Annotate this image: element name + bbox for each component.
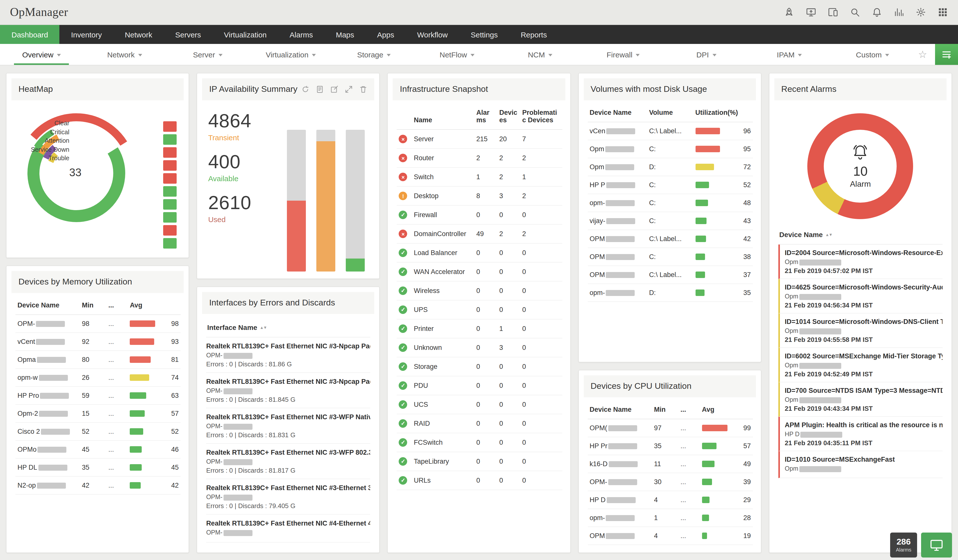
chevron-down-icon[interactable] <box>712 54 716 56</box>
category-name-cell[interactable]: FCSwitch <box>412 433 474 452</box>
search-icon[interactable] <box>850 7 860 17</box>
dashboard-menu-button[interactable] <box>935 44 958 65</box>
notifications-bell-icon[interactable] <box>872 7 882 17</box>
list-item[interactable]: Realtek RTL8139C+ Fast Ethernet NIC #3-N… <box>206 337 370 373</box>
table-row[interactable]: OPM 4 ... 19 <box>587 527 753 545</box>
alarm-count-badge[interactable]: 286 Alarms <box>890 533 917 557</box>
table-row[interactable]: Opm C: 95 <box>587 140 753 158</box>
col-volume[interactable]: Volume <box>647 103 693 122</box>
table-row[interactable]: HP DL 35 ... 45 <box>16 458 181 476</box>
category-name-cell[interactable]: Storage <box>412 357 474 376</box>
chevron-down-icon[interactable] <box>387 54 391 56</box>
heatmap-status-cells[interactable] <box>163 121 177 249</box>
rocket-icon[interactable] <box>784 7 795 17</box>
main-nav-item[interactable]: Inventory <box>60 25 113 44</box>
table-row[interactable]: opm-w 26 ... 74 <box>16 369 181 387</box>
main-nav-item[interactable]: Servers <box>163 25 212 44</box>
subnav-tab[interactable]: Storage <box>332 44 416 65</box>
refresh-icon[interactable] <box>301 85 309 93</box>
main-nav-item[interactable]: Alarms <box>278 25 324 44</box>
list-item[interactable]: Realtek RTL8139C+ Fast Ethernet NIC #3-N… <box>206 373 370 408</box>
category-name-cell[interactable]: UPS <box>412 300 474 319</box>
expand-icon[interactable] <box>345 85 353 93</box>
alarm-list-item[interactable]: ID=1014 Source=Microsoft-Windows-DNS-Cli… <box>779 313 942 348</box>
list-header[interactable]: Device Name <box>779 225 942 244</box>
chevron-down-icon[interactable] <box>885 54 889 56</box>
delete-icon[interactable] <box>360 85 368 93</box>
category-name-cell[interactable]: Firewall <box>412 205 474 224</box>
table-row[interactable]: vijay- C: 43 <box>587 212 753 230</box>
table-row[interactable]: Server 215 20 7 <box>397 130 562 149</box>
table-row[interactable]: OPM( 97 ... 99 <box>587 419 753 437</box>
list-item[interactable]: Realtek RTL8139C+ Fast Ethernet NIC #3-E… <box>206 479 370 515</box>
chevron-down-icon[interactable] <box>57 54 61 56</box>
table-row[interactable]: URLs 0 0 0 <box>397 471 562 490</box>
table-row[interactable]: OPM C:\ Label... 37 <box>587 266 753 284</box>
table-row[interactable]: RAID 0 0 0 <box>397 414 562 433</box>
stacked-bar[interactable] <box>287 130 306 271</box>
table-row[interactable]: Desktop 8 3 2 <box>397 186 562 205</box>
subnav-tab[interactable]: Custom <box>831 44 914 65</box>
col-devices[interactable]: Devices <box>497 103 520 130</box>
category-name-cell[interactable]: RAID <box>412 414 474 433</box>
category-name-cell[interactable]: WAN Accelerator <box>412 262 474 281</box>
table-row[interactable]: Opm-2 15 ... 57 <box>16 405 181 422</box>
stacked-bar[interactable] <box>316 130 335 271</box>
main-nav-item[interactable]: Reports <box>509 25 558 44</box>
chevron-down-icon[interactable] <box>138 54 142 56</box>
main-nav-item[interactable]: Dashboard <box>0 25 60 44</box>
alarm-list-item[interactable]: APM Plugin: Health is critical as the re… <box>779 417 942 451</box>
main-nav-item[interactable]: Network <box>113 25 163 44</box>
table-row[interactable]: opm- 1 ... 28 <box>587 509 753 527</box>
subnav-tab[interactable]: NCM <box>499 44 582 65</box>
table-row[interactable]: k16-D 11 ... 49 <box>587 455 753 473</box>
main-nav-item[interactable]: Virtualization <box>213 25 278 44</box>
chevron-down-icon[interactable] <box>219 54 222 56</box>
table-row[interactable]: OPM C: 38 <box>587 248 753 266</box>
table-row[interactable]: OPM- 98 ... 98 <box>16 315 181 333</box>
category-name-cell[interactable]: Load Balancer <box>412 243 474 262</box>
stacked-bar[interactable] <box>346 130 365 271</box>
table-row[interactable]: Opma 80 ... 81 <box>16 351 181 369</box>
col-problematic[interactable]: Problematic Devices <box>520 103 562 130</box>
col-avg[interactable]: Avg <box>128 296 181 315</box>
subnav-tab[interactable]: Firewall <box>582 44 665 65</box>
table-row[interactable]: Load Balancer 0 0 0 <box>397 243 562 262</box>
col-alarms[interactable]: Alarms <box>474 103 497 130</box>
col-name[interactable]: Name <box>412 103 474 130</box>
table-row[interactable]: HP P C: 52 <box>587 176 753 194</box>
main-nav-item[interactable]: Apps <box>366 25 406 44</box>
list-item[interactable]: Realtek RTL8139C+ Fast Ethernet NIC #4-E… <box>206 515 370 543</box>
category-name-cell[interactable]: PDU <box>412 376 474 395</box>
col-mid[interactable]: ... <box>678 400 700 419</box>
table-row[interactable]: Opm D: 72 <box>587 158 753 176</box>
table-row[interactable]: HP Pr 35 ... 57 <box>587 437 753 455</box>
settings-gear-icon[interactable] <box>915 7 926 17</box>
favorite-star-icon[interactable] <box>918 48 927 60</box>
table-row[interactable]: Unknown 0 3 0 <box>397 338 562 357</box>
chevron-down-icon[interactable] <box>798 54 802 56</box>
subnav-tab[interactable]: DPI <box>665 44 748 65</box>
report-icon[interactable] <box>316 85 324 93</box>
category-name-cell[interactable]: DomainController <box>412 224 474 243</box>
table-row[interactable]: opm- D: 35 <box>587 284 753 302</box>
table-row[interactable]: N2-op 42 ... 42 <box>16 476 181 494</box>
col-utilization[interactable]: Utilization(%) <box>693 103 753 122</box>
list-item[interactable]: Realtek RTL8139C+ Fast Ethernet NIC #3-W… <box>206 444 370 479</box>
main-nav-item[interactable]: Workflow <box>406 25 459 44</box>
category-name-cell[interactable]: Printer <box>412 319 474 338</box>
apps-grid-icon[interactable] <box>937 7 948 17</box>
category-name-cell[interactable]: Desktop <box>412 186 474 205</box>
table-row[interactable]: OPM- 30 ... 39 <box>587 473 753 491</box>
table-row[interactable]: PDU 0 0 0 <box>397 376 562 395</box>
subnav-tab[interactable]: NetFlow <box>416 44 498 65</box>
table-row[interactable]: vCen C:\ Label... 96 <box>587 122 753 140</box>
subnav-tab[interactable]: Virtualization <box>249 44 332 65</box>
col-min[interactable]: Min <box>652 400 679 419</box>
subnav-tab[interactable]: IPAM <box>748 44 831 65</box>
table-row[interactable]: FCSwitch 0 0 0 <box>397 433 562 452</box>
category-name-cell[interactable]: URLs <box>412 471 474 490</box>
table-row[interactable]: UPS 0 0 0 <box>397 300 562 319</box>
alarm-list-item[interactable]: ID=6002 Source=MSExchange Mid-Tier Stora… <box>779 348 942 382</box>
chevron-down-icon[interactable] <box>471 54 474 56</box>
